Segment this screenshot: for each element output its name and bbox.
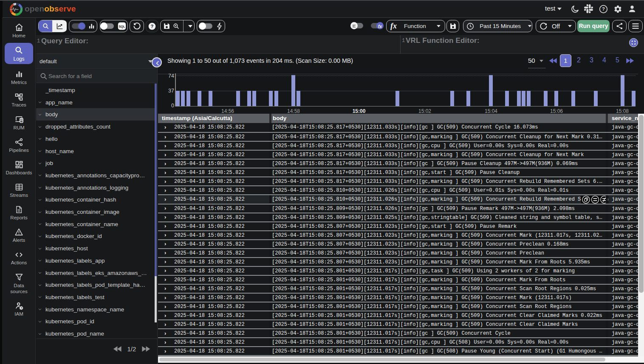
svg-text:SQL: SQL <box>119 25 125 28</box>
svg-text:?: ? <box>151 24 154 29</box>
svg-text:?: ? <box>602 6 605 11</box>
